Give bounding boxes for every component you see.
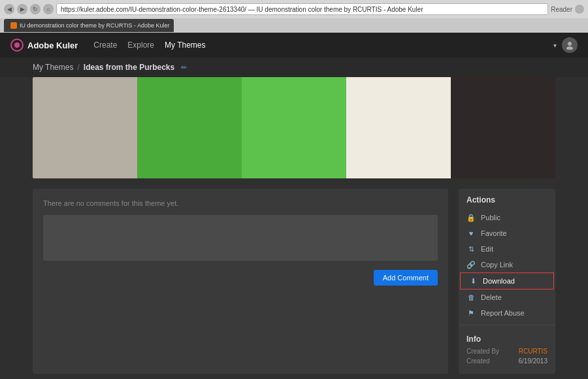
link-icon: 🔗 bbox=[466, 260, 476, 269]
info-section: Info Created By RCURTIS Created 6/19/201… bbox=[459, 329, 555, 365]
action-favorite-label: Favorite bbox=[481, 229, 507, 237]
nav-links: Create Explore My Themes bbox=[93, 41, 553, 50]
lock-icon: 🔒 bbox=[466, 213, 476, 222]
nav-logo: Adobe Kuler bbox=[10, 39, 78, 52]
info-label-createdby: Created By bbox=[466, 348, 499, 355]
svg-point-1 bbox=[14, 42, 20, 48]
main-content: There are no comments for this theme yet… bbox=[33, 189, 555, 374]
palette-swatch-4 bbox=[346, 77, 451, 178]
action-copylink[interactable]: 🔗 Copy Link bbox=[459, 257, 555, 272]
forward-button[interactable]: ▶ bbox=[17, 4, 27, 14]
info-label-created: Created bbox=[466, 357, 490, 365]
trash-icon: 🗑 bbox=[466, 293, 476, 302]
user-avatar[interactable] bbox=[562, 37, 578, 53]
download-icon: ⬇ bbox=[468, 276, 478, 286]
info-row-createdby: Created By RCURTIS bbox=[466, 348, 547, 355]
comments-empty-text: There are no comments for this theme yet… bbox=[43, 199, 438, 207]
back-button[interactable]: ◀ bbox=[4, 4, 14, 14]
actions-panel: Actions 🔒 Public ♥ Favorite ⇅ Edit 🔗 Cop… bbox=[459, 189, 555, 374]
action-reportabuse[interactable]: ⚑ Report Abuse bbox=[459, 305, 555, 321]
nav-right: ▾ bbox=[553, 37, 578, 53]
action-download-label: Download bbox=[483, 277, 515, 285]
action-public-label: Public bbox=[481, 214, 500, 222]
tab-favicon bbox=[10, 22, 17, 29]
edit-icon[interactable]: ✏ bbox=[181, 63, 187, 72]
comments-section: There are no comments for this theme yet… bbox=[33, 189, 448, 374]
browser-chrome: ◀ ▶ ↻ ⌂ Reader IU demonstration color th… bbox=[0, 0, 588, 33]
browser-close-button[interactable] bbox=[575, 5, 584, 14]
app-container: Adobe Kuler Create Explore My Themes ▾ M… bbox=[0, 33, 588, 379]
info-title: Info bbox=[466, 335, 547, 344]
nav-link-create[interactable]: Create bbox=[93, 41, 117, 50]
sliders-icon: ⇅ bbox=[466, 244, 476, 254]
actions-title: Actions bbox=[459, 195, 555, 210]
home-button[interactable]: ⌂ bbox=[43, 4, 54, 14]
nav-logo-text: Adobe Kuler bbox=[27, 41, 78, 50]
action-delete-label: Delete bbox=[481, 293, 502, 301]
divider bbox=[459, 325, 555, 325]
palette-swatch-2 bbox=[137, 77, 242, 178]
info-row-created: Created 6/19/2013 bbox=[466, 357, 547, 365]
breadcrumb-current: Ideas from the Purbecks bbox=[84, 63, 174, 72]
breadcrumb-separator: / bbox=[77, 63, 79, 72]
action-download[interactable]: ⬇ Download bbox=[460, 272, 554, 289]
breadcrumb-parent[interactable]: My Themes bbox=[33, 63, 73, 72]
action-edit-label: Edit bbox=[481, 245, 493, 253]
action-edit[interactable]: ⇅ Edit bbox=[459, 241, 555, 257]
nav-link-explore[interactable]: Explore bbox=[127, 41, 154, 50]
action-favorite[interactable]: ♥ Favorite bbox=[459, 225, 555, 241]
action-reportabuse-label: Report Abuse bbox=[481, 309, 525, 317]
nav-link-mythemes[interactable]: My Themes bbox=[165, 41, 205, 50]
refresh-button[interactable]: ↻ bbox=[30, 4, 41, 14]
add-comment-button[interactable]: Add Comment bbox=[374, 270, 438, 286]
action-copylink-label: Copy Link bbox=[481, 261, 513, 269]
browser-tab[interactable]: IU demonstration color theme by RCURTIS … bbox=[4, 19, 174, 32]
palette-swatch-1 bbox=[33, 77, 137, 178]
action-delete[interactable]: 🗑 Delete bbox=[459, 289, 555, 305]
svg-point-2 bbox=[568, 42, 572, 46]
browser-toolbar: ◀ ▶ ↻ ⌂ Reader bbox=[0, 0, 588, 18]
user-icon bbox=[565, 41, 574, 50]
breadcrumb: My Themes / Ideas from the Purbecks ✏ bbox=[0, 58, 588, 77]
info-value-created: 6/19/2013 bbox=[519, 357, 548, 365]
browser-tab-bar: IU demonstration color theme by RCURTIS … bbox=[0, 18, 588, 33]
palette-swatch-5 bbox=[451, 77, 555, 178]
address-bar[interactable] bbox=[56, 3, 548, 15]
kuler-logo-icon bbox=[10, 39, 24, 52]
color-palette bbox=[33, 77, 555, 178]
info-value-createdby[interactable]: RCURTIS bbox=[519, 348, 547, 355]
action-public[interactable]: 🔒 Public bbox=[459, 210, 555, 225]
reader-button[interactable]: Reader bbox=[551, 6, 572, 13]
flag-icon: ⚑ bbox=[466, 308, 476, 318]
heart-icon: ♥ bbox=[466, 229, 476, 238]
comment-input[interactable] bbox=[43, 215, 438, 261]
svg-point-3 bbox=[566, 46, 573, 50]
nav-user-arrow: ▾ bbox=[553, 42, 557, 49]
tab-label: IU demonstration color theme by RCURTIS … bbox=[20, 22, 169, 29]
palette-swatch-3 bbox=[242, 77, 346, 178]
top-nav: Adobe Kuler Create Explore My Themes ▾ bbox=[0, 33, 588, 58]
